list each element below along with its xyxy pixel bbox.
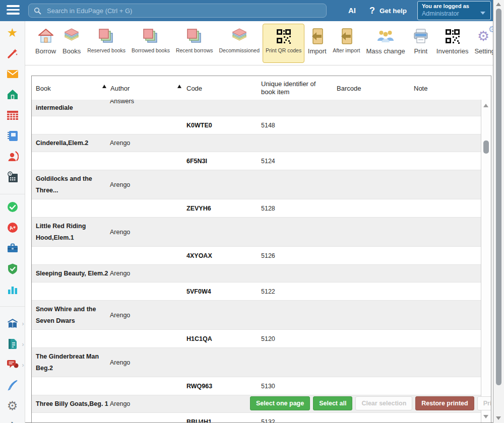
toolbar-item-borrow[interactable]: Borrow bbox=[32, 24, 59, 63]
table-row[interactable]: BBU4H15132 bbox=[32, 413, 481, 422]
select-one-page-button[interactable]: Select one page bbox=[250, 396, 310, 410]
cell-book-title: intermediale bbox=[36, 102, 73, 114]
table-row[interactable]: Snow Whire and theSeven DwarsArengo bbox=[32, 301, 481, 330]
scroll-down-icon[interactable] bbox=[483, 415, 488, 418]
table-row[interactable]: RWQ9635130 bbox=[32, 377, 481, 395]
sidebar-item-star[interactable]: ★ bbox=[6, 26, 19, 39]
sidebar-item-briefcase[interactable] bbox=[6, 242, 19, 255]
print-button[interactable]: Print bbox=[477, 396, 491, 410]
sidebar-item-chat[interactable]: › bbox=[6, 358, 19, 371]
table-row[interactable]: H1C1QA5120 bbox=[32, 330, 481, 348]
sidebar-item-chart[interactable] bbox=[6, 283, 19, 296]
sidebar-item-notebook[interactable] bbox=[6, 129, 19, 143]
sidebar-item-shield[interactable] bbox=[6, 262, 19, 275]
cell-unique-identifier: 5122 bbox=[261, 288, 275, 295]
cell-unique-identifier: 5128 bbox=[261, 205, 275, 212]
toolbar-item-print-qr-codes[interactable]: Print QR codes bbox=[263, 24, 304, 63]
sidebar-item-check-circle[interactable] bbox=[6, 200, 19, 214]
cell-code: H1C1QA bbox=[186, 335, 212, 342]
column-header-book[interactable]: Book bbox=[36, 84, 51, 92]
sort-ascending-icon[interactable] bbox=[102, 85, 106, 88]
cell-unique-identifier: 5126 bbox=[261, 252, 275, 259]
sidebar-divider bbox=[0, 306, 25, 307]
sidebar-item-documents[interactable]: › bbox=[6, 337, 19, 350]
logged-in-user-menu[interactable]: You are logged as Administrator bbox=[417, 1, 491, 20]
search-icon bbox=[34, 7, 41, 15]
sidebar-item-schedule[interactable] bbox=[6, 171, 19, 184]
toolbar-item-reserved-books[interactable]: Reserved books bbox=[84, 24, 129, 63]
table-row[interactable]: K0WTE05148 bbox=[32, 116, 481, 134]
logged-user-name: Administrator bbox=[422, 10, 486, 17]
table-row[interactable]: 4XYOAX5126 bbox=[32, 247, 481, 265]
chevron-right-icon: › bbox=[22, 362, 24, 369]
cell-code: 4XYOAX bbox=[186, 252, 212, 259]
table-scrollbar[interactable] bbox=[481, 100, 491, 422]
table-scrollbar-thumb[interactable] bbox=[483, 140, 489, 154]
cell-book-title: Three Billy Goats,Beg. 1 bbox=[36, 398, 108, 410]
page-scrollbar-thumb[interactable] bbox=[496, 9, 501, 385]
search-input[interactable] bbox=[46, 7, 321, 15]
cell-author: Arengo bbox=[110, 181, 130, 188]
table-row[interactable]: ZEVYH65128 bbox=[32, 199, 481, 218]
table-row[interactable]: Sleeping Beauty, Elem.2Arengo bbox=[32, 265, 481, 283]
sidebar-item-library[interactable]: › bbox=[6, 317, 19, 330]
table-row[interactable]: Goldilocks and theThree...Arengo bbox=[32, 170, 481, 199]
books-icon bbox=[230, 27, 249, 46]
column-header-unique-identifier[interactable]: Unique identifier of book item bbox=[261, 80, 332, 96]
toolbar-item-mass-change[interactable]: Mass change bbox=[363, 24, 408, 63]
scroll-up-icon[interactable] bbox=[483, 104, 488, 107]
table-body: intermedialeAnswersK0WTE05148Cinderella,… bbox=[32, 100, 481, 422]
table-row[interactable]: Little Red RidingHood,Elem.1Arengo bbox=[32, 218, 481, 247]
toolbar-item-decommissioned[interactable]: Decommissioned bbox=[216, 24, 263, 63]
toolbar-item-inventories[interactable]: Inventories bbox=[433, 24, 472, 63]
sidebar-item-home[interactable] bbox=[6, 88, 19, 101]
toolbar-item-import[interactable]: Import bbox=[304, 24, 330, 63]
cell-book-title: Goldilocks and theThree... bbox=[36, 173, 92, 196]
toolbar-item-books[interactable]: Books bbox=[59, 24, 84, 63]
qr-icon bbox=[274, 27, 293, 46]
clear-selection-button[interactable]: Clear selection bbox=[355, 396, 412, 410]
global-search[interactable] bbox=[28, 4, 327, 18]
get-help-button[interactable]: ? Get help bbox=[369, 0, 407, 21]
cell-code: K0WTE0 bbox=[186, 122, 212, 129]
cell-book-title: Sleeping Beauty, Elem.2 bbox=[36, 268, 108, 279]
sidebar-divider bbox=[0, 194, 25, 194]
table-row[interactable]: The Ginderbreat ManBeg.2Arengo bbox=[32, 348, 481, 377]
sidebar-item-calendar[interactable] bbox=[6, 109, 19, 122]
column-header-note[interactable]: Note bbox=[414, 84, 427, 92]
select-all-button[interactable]: Select all bbox=[313, 396, 352, 410]
sort-ascending-icon[interactable] bbox=[177, 85, 181, 88]
toolbar-item-after-import[interactable]: After import bbox=[330, 24, 363, 63]
table-row[interactable]: 5VF0W45122 bbox=[32, 283, 481, 301]
scroll-down-icon[interactable] bbox=[496, 416, 501, 420]
books-table: Book Author Code Unique identifier of bo… bbox=[31, 76, 491, 423]
ai-button[interactable]: AI bbox=[348, 0, 356, 21]
table-row[interactable]: 6F5N3I5124 bbox=[32, 152, 481, 170]
toolbar-item-print[interactable]: Print bbox=[408, 24, 433, 63]
page-scrollbar[interactable] bbox=[493, 0, 504, 423]
restore-printed-button[interactable]: Restore printed bbox=[415, 396, 474, 410]
app-window: AI ? Get help You are logged as Administ… bbox=[0, 0, 504, 423]
column-header-code[interactable]: Code bbox=[186, 84, 202, 92]
column-header-barcode[interactable]: Barcode bbox=[337, 84, 361, 92]
column-header-author[interactable]: Author bbox=[110, 84, 130, 92]
cell-author: Arengo bbox=[110, 312, 130, 319]
table-header: Book Author Code Unique identifier of bo… bbox=[32, 76, 491, 100]
cell-author: Arengo bbox=[110, 139, 130, 147]
sidebar-item-pen[interactable] bbox=[6, 379, 19, 392]
sidebar-item-wand[interactable] bbox=[6, 47, 19, 60]
table-row[interactable]: intermedialeAnswers bbox=[32, 100, 481, 116]
scroll-up-icon[interactable] bbox=[496, 3, 501, 6]
cell-code: 6F5N3I bbox=[186, 158, 207, 165]
sidebar-item-gear[interactable]: ⚙ bbox=[6, 399, 19, 412]
sidebar-item-expand[interactable]: › bbox=[6, 416, 19, 423]
toolbar-item-recent-borrows[interactable]: Recent borrows bbox=[173, 24, 216, 63]
table-row[interactable]: Cinderella,Elem.2Arengo bbox=[32, 134, 481, 152]
hamburger-menu-icon[interactable] bbox=[7, 5, 20, 17]
sidebar-item-mail[interactable] bbox=[6, 67, 19, 81]
toolbar-item-borrowed-books[interactable]: Borrowed books bbox=[129, 24, 173, 63]
sidebar-item-grade[interactable]: A+ bbox=[6, 221, 19, 234]
sidebar-item-person[interactable] bbox=[6, 150, 19, 163]
cell-unique-identifier: 5132 bbox=[261, 418, 275, 423]
cell-code: BBU4H1 bbox=[186, 418, 212, 423]
